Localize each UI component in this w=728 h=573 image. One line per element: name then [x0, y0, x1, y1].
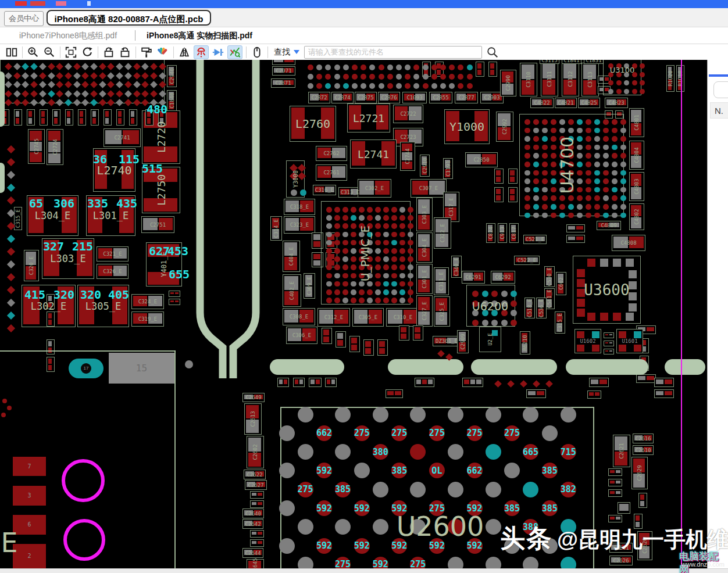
component-C536_E[interactable]: C536_E: [536, 298, 547, 318]
component-C817[interactable]: C817: [509, 223, 519, 243]
component-DZ301_E[interactable]: DZ301_E: [433, 336, 461, 346]
component-C2722[interactable]: C2722: [393, 105, 423, 123]
pad-group[interactable]: [169, 291, 180, 297]
pad-group[interactable]: [14, 109, 22, 126]
component-C302_E[interactable]: C302_E: [358, 179, 391, 198]
pad-group[interactable]: [322, 328, 332, 344]
component-C308_E[interactable]: C308_E: [283, 308, 315, 325]
component-C2626[interactable]: C2626: [609, 556, 633, 565]
mouse-mode-icon[interactable]: [250, 46, 264, 59]
split-view-icon[interactable]: [5, 46, 19, 59]
pad-group[interactable]: [618, 502, 630, 514]
oval-pad-17[interactable]: 17: [69, 359, 104, 378]
component-C1831[interactable]: C1831: [584, 60, 604, 64]
pad-group[interactable]: [608, 489, 622, 497]
component-C2642[interactable]: C2642: [242, 519, 263, 529]
pad-group[interactable]: [508, 169, 518, 184]
pad-group[interactable]: [65, 109, 73, 126]
pad-group[interactable]: [40, 109, 48, 126]
component-C2610[interactable]: C2610: [633, 445, 654, 455]
flip-horizontal-icon[interactable]: [177, 46, 191, 59]
pad-group[interactable]: [336, 331, 346, 348]
component-C2644[interactable]: C2644: [242, 548, 263, 558]
component-C2629[interactable]: C2629: [631, 457, 648, 489]
component-C340_E[interactable]: C340_E: [451, 256, 462, 278]
component-C315_E[interactable]: C315_E: [555, 311, 565, 334]
component-C310_E[interactable]: C310_E: [386, 308, 420, 327]
component-C2649[interactable]: C2649: [242, 393, 265, 402]
pad-group[interactable]: [476, 62, 484, 77]
component-C521_E[interactable]: C521_E: [523, 235, 547, 244]
component-L2721[interactable]: L2721: [347, 103, 390, 132]
pad-group[interactable]: [129, 109, 137, 126]
chevron-down-icon[interactable]: [294, 50, 299, 54]
component-C2622[interactable]: C2622: [244, 470, 266, 479]
component-C327_E[interactable]: C327_E: [416, 295, 433, 327]
rotate-left-icon[interactable]: [102, 46, 116, 59]
pad-group[interactable]: [325, 378, 337, 387]
component-C3111[interactable]: C3111: [541, 62, 558, 96]
pad-group[interactable]: [566, 235, 585, 243]
component-C1841[interactable]: C1841: [562, 60, 581, 64]
pad-group[interactable]: [636, 374, 656, 383]
component-C2990[interactable]: C2990: [500, 70, 516, 96]
pad-group[interactable]: [27, 109, 35, 126]
component-C4804[interactable]: C4804: [629, 141, 644, 170]
component-C306_E[interactable]: C306_E: [286, 327, 317, 344]
component-C4825[interactable]: C4825: [578, 98, 600, 108]
pad-group[interactable]: [589, 378, 609, 387]
component-C2741[interactable]: C2741: [104, 128, 141, 147]
component-C2616[interactable]: C2616: [633, 434, 654, 443]
component-L2760[interactable]: L2760: [290, 106, 336, 142]
pad-group[interactable]: [604, 349, 614, 354]
test-pad-3[interactable]: 3: [13, 486, 46, 506]
search-icon[interactable]: [486, 46, 499, 59]
component-C2877[interactable]: C2877: [455, 92, 478, 103]
pcb-viewer-canvas[interactable]: C2940C1840C2745C2724C2741L2720L2740L2750…: [0, 60, 707, 573]
component-C305_E[interactable]: C305_E: [352, 308, 384, 327]
component-C2744[interactable]: C2744: [400, 142, 415, 171]
pad-group[interactable]: [587, 391, 601, 399]
component-C602[interactable]: C602: [556, 272, 566, 295]
component-C402_E[interactable]: C402_E: [283, 274, 301, 307]
component-C2745[interactable]: C2745: [28, 129, 45, 164]
component-U3600[interactable]: U3600: [573, 256, 641, 324]
pad-group[interactable]: [250, 491, 264, 499]
bga-grid[interactable]: [0, 60, 165, 103]
component-C3113[interactable]: C3113: [581, 63, 599, 96]
pad-group[interactable]: [47, 339, 55, 354]
bga-grid[interactable]: [302, 60, 472, 89]
component-C320_E[interactable]: C320_E: [24, 250, 39, 281]
component-C1191[interactable]: C1191: [443, 158, 453, 179]
pad-group[interactable]: [363, 339, 374, 356]
pad-group[interactable]: [494, 169, 504, 184]
pad-group[interactable]: [47, 357, 55, 372]
tab-pcb-file[interactable]: iPhone8高通 820-00887-A点位图.pcb: [47, 10, 211, 26]
component-C824[interactable]: C824: [486, 223, 495, 243]
component-Y1000[interactable]: Y1000: [444, 109, 490, 144]
pad-group[interactable]: [608, 468, 622, 476]
component-C326_E[interactable]: C326_E: [97, 264, 129, 279]
zoom-in-icon[interactable]: [26, 46, 40, 59]
pad-group[interactable]: [91, 109, 99, 126]
pad-group[interactable]: [116, 109, 124, 126]
component-C2724[interactable]: C2724: [47, 129, 63, 165]
component-C319_E[interactable]: C319_E: [131, 311, 164, 327]
pad-group[interactable]: [508, 187, 518, 202]
component-C913[interactable]: C913: [498, 223, 507, 243]
component-C4803[interactable]: C4803: [629, 172, 644, 201]
gray-pad-15[interactable]: 15: [109, 353, 174, 384]
component-C4801[interactable]: C4801: [629, 108, 644, 137]
component-U1602[interactable]: U1602: [574, 329, 601, 353]
component-C2602[interactable]: C2602: [247, 436, 264, 468]
component-C2762[interactable]: C2762: [316, 146, 347, 161]
find-label[interactable]: 查找: [274, 47, 290, 58]
component-C316_E[interactable]: C316_E: [313, 185, 336, 195]
component-C2971[interactable]: C2971: [272, 66, 295, 76]
pad-group[interactable]: [413, 325, 423, 341]
pad-group[interactable]: [494, 187, 504, 202]
tab-doc-inductor-pdf[interactable]: iPhone7iPhone8电感组.pdf: [14, 27, 122, 44]
pad-group[interactable]: [399, 325, 409, 341]
bottom-scrollbar-strip[interactable]: [0, 568, 728, 573]
measure-probe-icon[interactable]: [227, 45, 242, 59]
